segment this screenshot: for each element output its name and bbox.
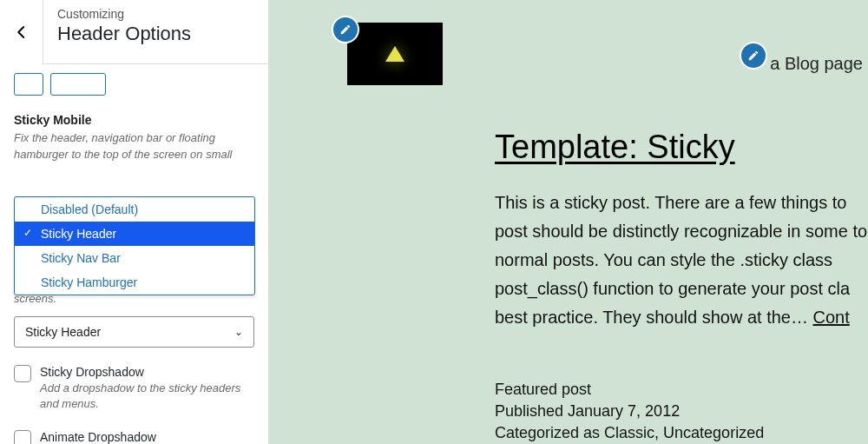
- chevron-down-icon: ⌄: [234, 326, 243, 338]
- animate-dropshadow-label: Animate Dropshadow: [40, 430, 254, 444]
- site-tagline: a Blog page: [770, 54, 863, 74]
- edit-logo-button[interactable]: [332, 16, 359, 43]
- toggle-option-2[interactable]: [50, 73, 106, 96]
- post-excerpt: This is a sticky post. There are a few t…: [495, 189, 868, 332]
- dd-option-sticky-hamburger[interactable]: Sticky Hamburger: [15, 270, 254, 295]
- toggle-row: [14, 73, 254, 104]
- meta-categories: Categorized as Classic, Uncategorized: [495, 424, 764, 442]
- sticky-mobile-dropdown-open[interactable]: Disabled (Default) Sticky Header Sticky …: [14, 196, 255, 295]
- sticky-large-value: Sticky Header: [25, 325, 101, 339]
- dd-option-disabled[interactable]: Disabled (Default): [15, 197, 254, 222]
- sticky-mobile-label: Sticky Mobile: [14, 113, 254, 127]
- breadcrumb: Customizing: [57, 7, 254, 21]
- site-preview: a Blog page Template: Sticky This is a s…: [269, 0, 868, 444]
- meta-featured: Featured post: [495, 381, 764, 399]
- post: Template: Sticky This is a sticky post. …: [495, 129, 868, 332]
- sticky-dropshadow-label: Sticky Dropshadow: [40, 365, 254, 379]
- back-button[interactable]: [0, 0, 43, 64]
- post-meta: Featured post Published January 7, 2012 …: [495, 381, 764, 444]
- sticky-dropshadow-desc: Add a dropshadow to the sticky headers a…: [40, 381, 254, 412]
- dd-option-sticky-navbar[interactable]: Sticky Nav Bar: [15, 246, 254, 270]
- triforce-icon: [385, 46, 404, 62]
- animate-dropshadow-checkbox[interactable]: [14, 430, 31, 444]
- sticky-mobile-desc: Fix the header, navigation bar or floati…: [14, 130, 254, 163]
- continue-reading-link[interactable]: Cont: [813, 308, 850, 327]
- site-logo-area: [347, 23, 443, 85]
- site-logo[interactable]: [347, 23, 443, 85]
- pencil-icon: [339, 23, 352, 36]
- customizer-sidebar: Customizing Header Options Sticky Mobile…: [0, 0, 269, 444]
- dd-option-sticky-header[interactable]: Sticky Header: [15, 222, 254, 246]
- post-title-link[interactable]: Template: Sticky: [495, 129, 868, 166]
- pencil-icon: [747, 50, 760, 62]
- toggle-option-1[interactable]: [14, 73, 43, 96]
- chevron-left-icon: [14, 24, 30, 40]
- edit-tagline-button[interactable]: [740, 42, 767, 70]
- sidebar-header: Customizing Header Options: [0, 0, 268, 64]
- sticky-large-select[interactable]: Sticky Header ⌄: [14, 316, 254, 348]
- page-title: Header Options: [57, 23, 254, 45]
- meta-published: Published January 7, 2012: [495, 402, 764, 421]
- sticky-dropshadow-checkbox[interactable]: [14, 365, 31, 382]
